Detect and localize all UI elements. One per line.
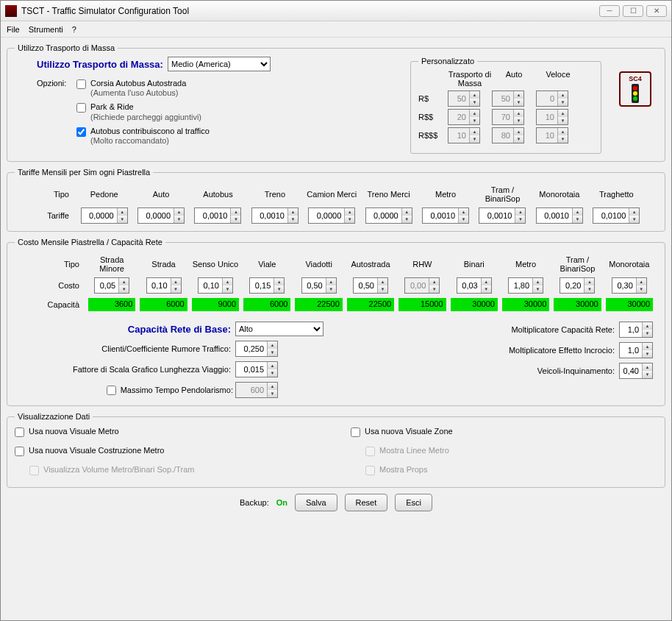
mass-transit-group: Utilizzo Trasporto di Massa Utilizzo Tra… [7,43,665,162]
minimize-button[interactable]: ─ [599,5,620,17]
spinner[interactable]: ▲▼ [479,207,526,224]
costs-group: Costo Mensile Piastrella / Capacità Rete… [7,238,665,406]
basecap-label: Capacità Rete di Base: [37,324,235,335]
spinner[interactable]: ▲▼ [422,207,469,224]
opt-bus-traffic[interactable] [76,127,86,137]
footer-row: Backup: On Salva Reset Esci [7,494,665,511]
capacity-cell: 22500 [347,298,394,311]
spinner[interactable]: ▲▼ [536,207,583,224]
spinner[interactable]: ▲▼ [448,91,480,107]
dv-zone-view[interactable] [351,427,360,437]
mass-legend: Utilizzo Trasporto di Massa [15,43,118,52]
capacity-cell: 6000 [243,298,290,311]
netmul-spin[interactable]: ▲▼ [619,322,653,338]
spinner[interactable]: ▲▼ [198,277,233,294]
spinner[interactable]: ▲▼ [492,91,524,107]
spinner[interactable]: ▲▼ [508,277,543,294]
dv-props [365,466,375,475]
capacity-cell: 30000 [502,298,549,311]
exit-button[interactable]: Esci [395,494,432,511]
capacity-cell: 6000 [140,298,187,311]
spinner[interactable]: ▲▼ [457,277,492,294]
menu-file[interactable]: File [7,25,20,34]
spinner[interactable]: ▲▼ [612,277,647,294]
spinner[interactable]: ▲▼ [137,207,185,224]
commute-spin[interactable]: ▲▼ [235,382,278,398]
spinner[interactable]: ▲▼ [492,109,524,125]
save-button[interactable]: Salva [295,494,337,511]
mass-usage-select[interactable]: Medio (America) [168,57,271,71]
opt-bus-lane[interactable] [76,79,86,89]
spinner[interactable]: ▲▼ [251,207,299,224]
spinner[interactable]: ▲▼ [365,207,412,224]
basecap-select[interactable]: Alto [235,322,324,336]
spinner[interactable]: ▲▼ [448,109,480,125]
spinner[interactable]: ▲▼ [308,207,355,224]
capacity-cell: 22500 [295,298,342,311]
dv-volume [29,466,39,475]
commute-check[interactable] [107,386,116,395]
scale-spin[interactable]: ▲▼ [235,361,278,377]
capacity-cell: 3600 [88,298,135,311]
dv-metro-view[interactable] [15,427,24,437]
spinner[interactable]: ▲▼ [146,277,182,294]
poll-spin[interactable]: ▲▼ [619,363,653,379]
backup-state: On [276,498,287,507]
noise-spin[interactable]: ▲▼ [235,341,278,357]
menu-tools[interactable]: Strumenti [29,25,63,34]
close-button[interactable]: ✕ [646,5,667,17]
fares-group: Tariffe Mensili per Sim ogni Piastrella … [7,168,665,232]
sc4-logo: SC4 [619,71,651,107]
app-icon [5,5,17,17]
spinner[interactable]: ▲▼ [593,207,640,224]
spinner[interactable]: ▲▼ [536,91,568,107]
dv-metro-build-view[interactable] [15,447,24,456]
custom-group: Personalizzato Trasporto di Massa Auto V… [410,57,601,154]
fares-legend: Tariffe Mensili per Sim ogni Piastrella [15,168,153,177]
costs-legend: Costo Mensile Piastrella / Capacità Rete [15,238,165,246]
window-title: TSCT - Traffic Simulator Configuration T… [21,6,599,16]
spinner[interactable]: ▲▼ [536,109,568,125]
capacity-cell: 30000 [554,298,601,311]
spinner[interactable]: ▲▼ [404,277,440,294]
spinner[interactable]: ▲▼ [249,277,285,294]
maximize-button[interactable]: ☐ [623,5,643,17]
spinner[interactable]: ▲▼ [448,127,480,143]
spinner[interactable]: ▲▼ [536,127,568,143]
capacity-cell: 30000 [606,298,653,311]
menu-help[interactable]: ? [72,25,76,34]
capacity-cell: 30000 [451,298,498,311]
spinner[interactable]: ▲▼ [492,127,524,143]
custom-legend: Personalizzato [418,57,477,65]
spinner[interactable]: ▲▼ [81,207,128,224]
dataviz-legend: Visualizzazione Dati [15,412,93,421]
content: Utilizzo Trasporto di Massa Utilizzo Tra… [1,38,671,620]
intmul-spin[interactable]: ▲▼ [619,342,653,358]
options-label: Opzioni: [37,77,76,88]
app-window: TSCT - Traffic Simulator Configuration T… [0,0,672,621]
spinner[interactable]: ▲▼ [94,277,129,294]
spinner[interactable]: ▲▼ [560,277,595,294]
reset-button[interactable]: Reset [345,494,388,511]
dv-metro-lines [365,447,375,456]
titlebar: TSCT - Traffic Simulator Configuration T… [1,1,671,21]
capacity-cell: 9000 [192,298,239,311]
spinner[interactable]: ▲▼ [301,277,337,294]
spinner[interactable]: ▲▼ [353,277,388,294]
mass-heading: Utilizzo Trasporto di Massa: [37,59,163,70]
spinner[interactable]: ▲▼ [194,207,241,224]
menubar: File Strumenti ? [1,21,671,38]
dataviz-group: Visualizzazione Dati Usa nuova Visuale M… [7,412,665,488]
capacity-cell: 15000 [398,298,446,311]
opt-park-ride[interactable] [76,103,86,113]
